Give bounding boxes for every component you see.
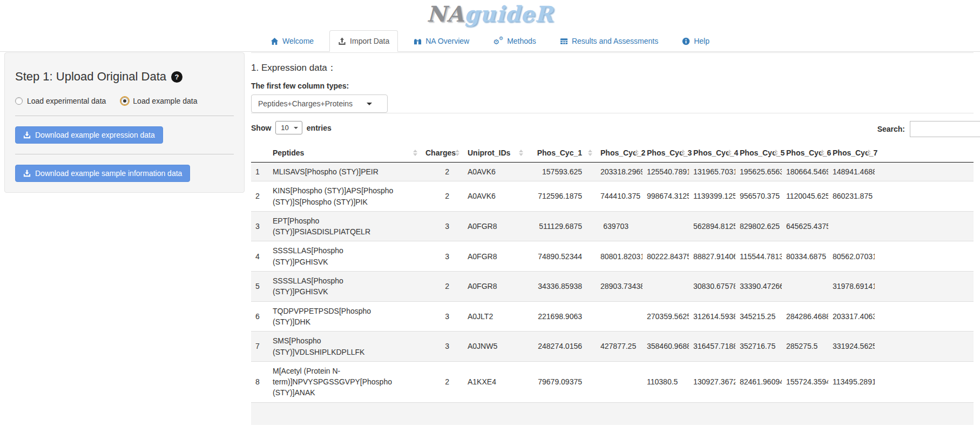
value-cell: 74890.52344 [527, 241, 596, 272]
table-body: 1 MLISAVS[Phospho (STY)]PEIR 2 A0AVK6 15… [251, 163, 974, 425]
col-header-phos-cyc-4[interactable]: Phos_Cyc_4 [689, 144, 735, 163]
table-row[interactable]: 4 SSSSLLAS[Phospho (STY)]PGHISVK 3 A0FGR… [251, 241, 974, 272]
tab-welcome[interactable]: Welcome [262, 31, 322, 51]
filler-cell [875, 163, 974, 181]
value-cell: 88827.91406 [689, 241, 735, 272]
tab-na-overview[interactable]: NA Overview [405, 31, 477, 51]
value-cell: 285275.5 [782, 332, 828, 362]
show-label: Show [251, 124, 271, 132]
col-header-phos-cyc-6[interactable]: Phos_Cyc_6 [782, 144, 828, 163]
value-cell: 157593.625 [527, 163, 596, 181]
divider [15, 154, 234, 154]
tab-help[interactable]: Help [674, 31, 718, 51]
value-cell: 110380.5 [643, 361, 689, 402]
value-cell: 221698.9063 [527, 301, 596, 332]
col-header-phos-cyc-7[interactable]: Phos_Cyc_7 [828, 144, 875, 163]
col-header-phos-cyc-5[interactable]: Phos_Cyc_5 [735, 144, 782, 163]
value-cell: 312614.5938 [689, 301, 735, 332]
table-row[interactable]: 5 SSSSLLAS[Phospho (STY)]PGHISVK 2 A0FGR… [251, 272, 974, 302]
page-length-select[interactable]: 10 [275, 121, 302, 134]
row-index-cell: 2 [251, 181, 268, 212]
value-cell: 34336.85938 [527, 272, 596, 302]
row-index-cell: 5 [251, 272, 268, 302]
search-input[interactable] [910, 121, 980, 137]
column-types-selected-value: Peptides+Charges+Proteins [258, 99, 353, 108]
search-label: Search: [877, 125, 905, 133]
value-cell: 203318.2969 [596, 163, 643, 181]
col-header-label: Peptides [273, 148, 304, 157]
value-cell: 125540.7891 [643, 163, 689, 181]
peptide-cell: SMS[Phospho (STY)]VDLSHIPLKDPLLFK [268, 332, 421, 362]
charge-cell: 3 [421, 332, 463, 362]
value-cell [596, 361, 643, 402]
divider [15, 116, 234, 116]
filler-cell [875, 211, 974, 241]
row-index-cell: 4 [251, 241, 268, 272]
question-icon[interactable]: ? [171, 71, 183, 83]
download-icon [23, 131, 31, 139]
col-header-uniprot-ids[interactable]: Uniprot_IDs [463, 144, 527, 163]
tab-import-data[interactable]: Import Data [329, 30, 398, 52]
divider [251, 52, 974, 53]
table-row[interactable]: 8 M[Acetyl (Protein N-term)]NPVYSPGSSGVP… [251, 361, 974, 402]
table-row[interactable]: 2 KINS[Phospho (STY)]APS[Phospho (STY)]S… [251, 181, 974, 212]
row-index-cell: 6 [251, 301, 268, 332]
value-cell: 998674.3125 [643, 181, 689, 212]
filler-cell [875, 361, 974, 402]
peptide-cell: SSSSLLAS[Phospho (STY)]PGHISVK [268, 241, 421, 272]
value-cell: 427877.25 [596, 332, 643, 362]
col-header-charges[interactable]: Charges [421, 144, 463, 163]
page-length-control: Show 10 entries [251, 121, 974, 134]
sort-icon [681, 150, 685, 156]
column-types-select[interactable]: Peptides+Charges+Proteins [251, 94, 388, 113]
value-cell: 33390.47266 [735, 272, 782, 302]
peptide-cell: SSSSLLAS[Phospho (STY)]PGHISVK [268, 272, 421, 302]
col-header-phos-cyc-2[interactable]: Phos_Cyc_2 [596, 144, 643, 163]
tab-label: Results and Assessments [572, 37, 658, 45]
value-cell: 130927.3672 [689, 361, 735, 402]
value-cell: 80222.84375 [643, 241, 689, 272]
download-expression-button[interactable]: Download example expression data [15, 126, 163, 144]
col-header-label: Phos_Cyc_1 [537, 148, 582, 157]
value-cell: 80334.6875 [782, 241, 828, 272]
value-cell: 511129.6875 [527, 211, 596, 241]
app-logo-part2: guideR [464, 1, 553, 26]
radio-load-example[interactable]: Load example data [121, 97, 197, 105]
data-source-radios: Load experimental data Load example data [15, 97, 234, 105]
charge-cell: 2 [421, 163, 463, 181]
tab-label: NA Overview [425, 37, 469, 45]
radio-circle [121, 97, 129, 105]
tab-methods[interactable]: ⚙ ⚙ Methods [485, 31, 544, 51]
filler-cell [875, 332, 974, 362]
col-header-phos-cyc-1[interactable]: Phos_Cyc_1 [527, 144, 596, 163]
value-cell: 562894.8125 [689, 211, 735, 241]
radio-label: Load example data [133, 97, 197, 105]
table-row[interactable]: 3 EPT[Phospho (STY)]PSIASDISLPIATQELR 3 … [251, 211, 974, 241]
value-cell [643, 272, 689, 302]
value-cell: 270359.5625 [643, 301, 689, 332]
upload-panel: Step 1: Upload Original Data ? Load expe… [4, 52, 245, 193]
value-cell: 155724.3594 [782, 361, 828, 402]
gear-glyph-small: ⚙ [499, 36, 503, 41]
sort-icon [413, 150, 417, 156]
panel-title-text: Step 1: Upload Original Data [15, 70, 166, 84]
col-header-phos-cyc-3[interactable]: Phos_Cyc_3 [643, 144, 689, 163]
button-label: Download example sample information data [35, 169, 182, 178]
tab-label: Help [694, 37, 709, 45]
binoculars-icon [414, 37, 422, 45]
table-row[interactable]: 6 TQDPVPPETPSDS[Phospho (STY)]DHK 3 A0JL… [251, 301, 974, 332]
col-header-peptides[interactable]: Peptides [268, 144, 421, 163]
tab-label: Welcome [282, 37, 314, 45]
table-row[interactable]: 1 MLISAVS[Phospho (STY)]PEIR 2 A0AVK6 15… [251, 163, 974, 181]
entries-label: entries [307, 124, 332, 132]
tab-results-assessments[interactable]: Results and Assessments [552, 31, 666, 51]
button-label: Download example expression data [35, 131, 155, 139]
download-sample-info-button[interactable]: Download example sample information data [15, 165, 190, 182]
value-cell: 195625.6563 [735, 163, 782, 181]
peptide-cell: TQDPVPPETPSDS[Phospho (STY)]DHK [268, 301, 421, 332]
tab-label: Import Data [350, 37, 389, 45]
row-index-cell: 1 [251, 163, 268, 181]
table-row[interactable]: 7 SMS[Phospho (STY)]VDLSHIPLKDPLLFK 3 A0… [251, 332, 974, 362]
value-cell [828, 211, 875, 241]
radio-load-experimental[interactable]: Load experimental data [15, 97, 106, 105]
